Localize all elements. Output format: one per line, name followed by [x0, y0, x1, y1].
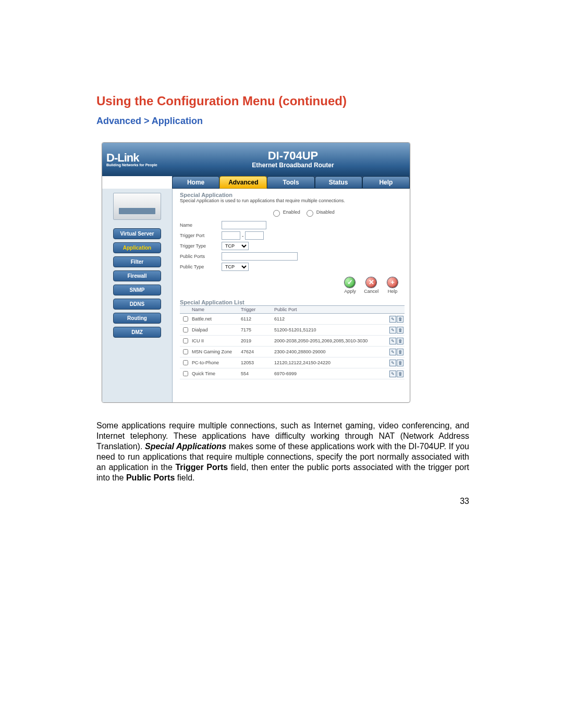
row-trigger: 6112: [240, 314, 273, 325]
cancel-label: Cancel: [364, 289, 378, 294]
model-name: DI-704UP: [176, 150, 410, 162]
edit-icon[interactable]: ✎: [389, 316, 396, 323]
public-type-select[interactable]: TCP: [222, 263, 249, 271]
col-check: [180, 306, 191, 314]
table-row: PC-to-Phone1205312120,12122,24150-24220✎…: [180, 357, 405, 368]
row-public: 2300-2400,28800-29000: [273, 347, 387, 357]
row-trigger: 2019: [240, 336, 273, 347]
sidebar-item-filter[interactable]: Filter: [113, 256, 161, 267]
page-heading: Using the Configuration Menu (continued): [96, 94, 469, 108]
row-name: PC-to-Phone: [191, 357, 240, 368]
plus-icon: +: [387, 277, 398, 288]
trigger-port-label: Trigger Port: [180, 233, 222, 238]
col-public: Public Port: [273, 306, 387, 314]
row-name: Quick Time: [191, 368, 240, 379]
edit-icon[interactable]: ✎: [389, 349, 396, 355]
check-icon: ✓: [345, 277, 355, 288]
help-button[interactable]: + Help: [383, 277, 402, 294]
brand-tagline: Building Networks for People: [106, 163, 176, 167]
trigger-type-label: Trigger Type: [180, 243, 222, 249]
row-checkbox[interactable]: [183, 360, 188, 365]
apply-button[interactable]: ✓ Apply: [340, 277, 360, 294]
row-public: 6112: [273, 314, 387, 325]
enabled-label: Enabled: [283, 209, 300, 215]
delete-icon[interactable]: 🗑: [397, 349, 403, 355]
page-number: 33: [96, 497, 469, 506]
sidebar-item-virtual-server[interactable]: Virtual Server: [113, 228, 161, 239]
public-ports-label: Public Ports: [180, 254, 222, 259]
row-trigger: 7175: [240, 325, 273, 336]
row-trigger: 12053: [240, 357, 273, 368]
col-name: Name: [191, 306, 240, 314]
row-checkbox[interactable]: [183, 349, 188, 354]
edit-icon[interactable]: ✎: [389, 327, 396, 334]
row-checkbox[interactable]: [183, 371, 188, 376]
table-row: Battle.net61126112✎🗑: [180, 314, 405, 325]
description-paragraph: Some applications require multiple conne…: [96, 421, 469, 483]
row-checkbox[interactable]: [183, 327, 188, 332]
delete-icon[interactable]: 🗑: [397, 316, 403, 323]
tab-home[interactable]: Home: [172, 176, 219, 189]
section-title: Special Application: [180, 192, 405, 198]
row-trigger: 47624: [240, 347, 273, 357]
row-checkbox[interactable]: [183, 316, 188, 322]
delete-icon[interactable]: 🗑: [397, 371, 403, 377]
enabled-radio[interactable]: [273, 210, 280, 217]
table-row: ICU II20192000-2038,2050-2051,2069,2085,…: [180, 336, 405, 347]
top-nav: Home Advanced Tools Status Help: [172, 176, 410, 189]
sidebar-item-routing[interactable]: Routing: [113, 313, 161, 324]
disabled-label: Disabled: [316, 209, 335, 215]
sidebar-item-dmz[interactable]: DMZ: [113, 327, 161, 338]
trigger-port-to-input[interactable]: [245, 231, 264, 240]
sidebar-item-ddns[interactable]: DDNS: [113, 299, 161, 310]
col-trigger: Trigger: [240, 306, 273, 314]
row-name: MSN Gaming Zone: [191, 347, 240, 357]
table-row: MSN Gaming Zone476242300-2400,28800-2900…: [180, 347, 405, 357]
delete-icon[interactable]: 🗑: [397, 360, 403, 366]
help-label: Help: [388, 289, 398, 294]
tab-help[interactable]: Help: [362, 176, 410, 189]
col-actions: [387, 306, 405, 314]
router-screenshot: D-Link Building Networks for People DI-7…: [102, 142, 410, 403]
trigger-port-from-input[interactable]: [222, 231, 240, 240]
list-title: Special Application List: [180, 299, 405, 305]
breadcrumb: Advanced > Application: [96, 116, 469, 127]
name-label: Name: [180, 223, 222, 228]
row-public: 6970-6999: [273, 368, 387, 379]
tab-tools[interactable]: Tools: [267, 176, 314, 189]
section-description: Special Application is used to run appli…: [180, 198, 405, 203]
public-ports-input[interactable]: [222, 252, 298, 261]
trigger-type-select[interactable]: TCP: [222, 242, 249, 250]
device-image: [113, 193, 161, 220]
row-name: Dialpad: [191, 325, 240, 336]
row-public: 51200-51201,51210: [273, 325, 387, 336]
model-subtitle: Ethernet Broadband Router: [176, 162, 410, 169]
edit-icon[interactable]: ✎: [389, 338, 396, 344]
brand-logo: D-Link: [106, 153, 176, 163]
row-name: ICU II: [191, 336, 240, 347]
row-checkbox[interactable]: [183, 338, 188, 343]
port-dash: -: [240, 233, 245, 239]
cancel-button[interactable]: ✕ Cancel: [361, 277, 381, 294]
delete-icon[interactable]: 🗑: [397, 327, 403, 334]
name-input[interactable]: [222, 221, 266, 229]
row-public: 12120,12122,24150-24220: [273, 357, 387, 368]
row-trigger: 554: [240, 368, 273, 379]
tab-status[interactable]: Status: [315, 176, 362, 189]
row-public: 2000-2038,2050-2051,2069,2085,3010-3030: [273, 336, 387, 347]
public-type-label: Public Type: [180, 264, 222, 269]
application-list-table: Name Trigger Public Port Battle.net61126…: [180, 305, 405, 379]
sidebar-item-firewall[interactable]: Firewall: [113, 270, 161, 281]
sidebar-item-application[interactable]: Application: [113, 242, 161, 253]
edit-icon[interactable]: ✎: [389, 360, 396, 366]
table-row: Quick Time5546970-6999✎🗑: [180, 368, 405, 379]
row-name: Battle.net: [191, 314, 240, 325]
apply-label: Apply: [344, 289, 356, 294]
disabled-radio[interactable]: [307, 210, 313, 217]
table-row: Dialpad717551200-51201,51210✎🗑: [180, 325, 405, 336]
x-icon: ✕: [366, 277, 376, 288]
edit-icon[interactable]: ✎: [389, 371, 396, 377]
tab-advanced[interactable]: Advanced: [219, 176, 267, 189]
sidebar-item-snmp[interactable]: SNMP: [113, 285, 161, 295]
delete-icon[interactable]: 🗑: [397, 338, 403, 344]
